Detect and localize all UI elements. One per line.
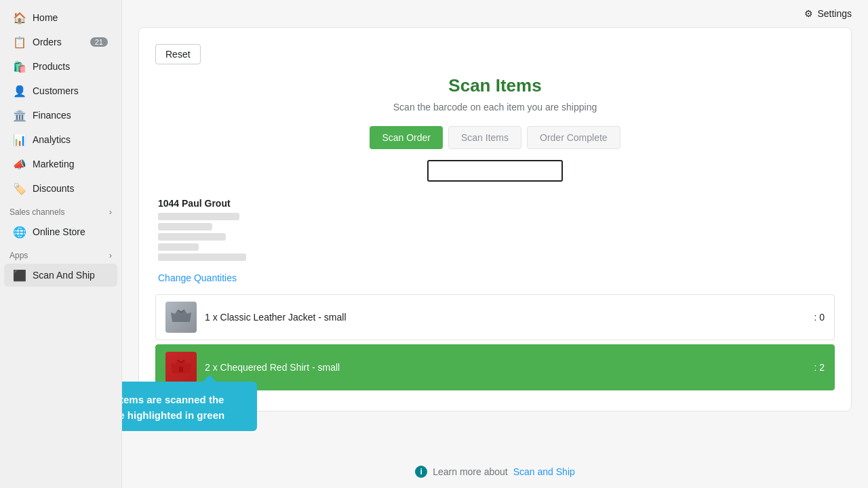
info-icon: i [415,466,427,478]
sidebar-item-label: Orders [33,37,62,47]
sidebar-item-customers[interactable]: 👤 Customers [4,79,117,102]
reset-button[interactable]: Reset [155,44,201,64]
jacket-count: : 0 [814,312,825,323]
address-line-1 [158,213,239,220]
address-line-3 [158,233,226,241]
sidebar-item-label: Discounts [33,183,74,194]
home-icon: 🏠 [14,12,26,24]
scan-subtitle: Scan the barcode on each item you are sh… [155,102,835,113]
chevron-right-icon: › [109,251,112,260]
sidebar-item-finances[interactable]: 🏛️ Finances [4,104,117,127]
sidebar-item-marketing[interactable]: 📣 Marketing [4,152,117,176]
finances-icon: 🏛️ [14,109,26,121]
tooltip-text: When all items are scanned the row will … [122,394,224,421]
order-info: 1044 Paul Grout [158,198,835,261]
page-title: Scan Items [155,75,835,96]
jacket-thumbnail [165,302,197,333]
sidebar-item-home[interactable]: 🏠 Home [4,6,117,29]
sidebar-item-orders[interactable]: 📋 Orders 21 [4,30,117,54]
shirt-count: : 2 [814,362,825,373]
product-row-jacket: 1 x Classic Leather Jacket - small : 0 [155,294,835,340]
shirt-name: 2 x Chequered Red Shirt - small [205,362,814,373]
marketing-icon: 📣 [14,158,26,170]
main-area: ⚙ Settings Reset Scan Items Scan the bar… [122,0,868,488]
sidebar-item-label: Online Store [33,226,85,237]
sidebar-item-label: Analytics [33,134,71,145]
svg-rect-0 [179,367,183,372]
product-row-shirt: 2 x Chequered Red Shirt - small : 2 [155,344,835,390]
order-complete-button: Order Complete [527,126,620,149]
orders-badge: 21 [90,37,108,47]
content-area: Reset Scan Items Scan the barcode on eac… [122,27,868,488]
address-line-2 [158,223,212,230]
sidebar-item-label: Products [33,61,70,72]
apps-section: Apps › [0,244,121,263]
change-quantities-link[interactable]: Change Quantities [158,272,237,283]
barcode-input-wrap [155,160,835,182]
shirt-row-wrapper: 2 x Chequered Red Shirt - small : 2 When… [155,344,835,390]
store-icon: 🌐 [14,226,26,238]
settings-button[interactable]: ⚙ Settings [804,8,852,19]
sidebar-item-online-store[interactable]: 🌐 Online Store [4,220,117,243]
sidebar-item-scan-and-ship[interactable]: ⬛ Scan And Ship [4,264,117,287]
sidebar-item-analytics[interactable]: 📊 Analytics [4,128,117,151]
learn-more: i Learn more about Scan and Ship [138,466,852,478]
sidebar-item-label: Scan And Ship [33,270,95,281]
customers-icon: 👤 [14,85,26,97]
sidebar-item-label: Customers [33,85,79,96]
scan-items-card: Reset Scan Items Scan the barcode on eac… [138,27,852,411]
scan-icon: ⬛ [14,269,26,281]
order-number: 1044 Paul Grout [158,198,835,209]
scan-and-ship-link[interactable]: Scan and Ship [513,466,575,477]
tooltip-callout: When all items are scanned the row will … [122,382,257,431]
top-bar: ⚙ Settings [122,0,868,27]
analytics-icon: 📊 [14,134,26,146]
shirt-thumbnail [165,352,197,383]
sidebar-item-discounts[interactable]: 🏷️ Discounts [4,177,117,200]
learn-more-text: Learn more about [433,466,508,477]
scan-items-button: Scan Items [448,126,521,149]
products-icon: 🛍️ [14,60,26,73]
discounts-icon: 🏷️ [14,182,26,195]
sidebar-item-label: Marketing [33,159,74,169]
orders-icon: 📋 [14,36,26,48]
sidebar-item-label: Home [33,12,58,23]
scan-order-button[interactable]: Scan Order [370,126,443,149]
sidebar-item-label: Finances [33,110,71,121]
gear-icon: ⚙ [804,8,813,19]
sidebar: 🏠 Home 📋 Orders 21 🛍️ Products 👤 Custome… [0,0,122,488]
sidebar-item-products[interactable]: 🛍️ Products [4,55,117,78]
settings-label: Settings [817,8,852,19]
action-buttons: Scan Order Scan Items Order Complete [155,126,835,149]
sales-channels-section: Sales channels › [0,201,121,220]
chevron-right-icon: › [109,207,112,217]
barcode-input[interactable] [427,160,563,182]
address-line-4 [158,243,199,251]
address-line-5 [158,253,246,261]
jacket-name: 1 x Classic Leather Jacket - small [205,312,814,323]
